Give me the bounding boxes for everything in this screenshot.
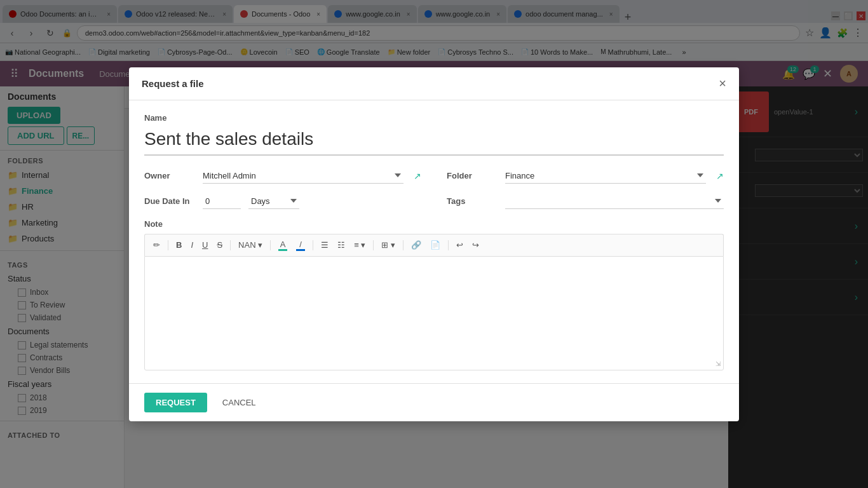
due-date-label: Due Date In — [144, 196, 195, 206]
tags-group: Tags — [447, 194, 724, 209]
editor-highlight-button[interactable]: / — [293, 238, 308, 252]
editor-sep-4 — [313, 240, 313, 250]
editor-sep-5 — [373, 240, 374, 250]
editor-bold-button[interactable]: B — [173, 239, 185, 251]
request-file-modal: Request a file × Name Owner Mitchell Adm… — [129, 67, 739, 421]
editor-resize-handle: ⇲ — [715, 360, 721, 367]
cancel-button[interactable]: CANCEL — [215, 393, 264, 412]
name-input[interactable] — [144, 126, 724, 156]
modal-header: Request a file × — [129, 67, 739, 100]
editor-italic-button[interactable]: I — [187, 239, 196, 251]
editor-font-color-group: A — [275, 238, 290, 252]
modal-overlay: Request a file × Name Owner Mitchell Adm… — [0, 0, 868, 488]
modal-footer: REQUEST CANCEL — [129, 383, 739, 421]
note-label: Note — [144, 219, 724, 229]
editor-link-button[interactable]: 🔗 — [408, 239, 424, 251]
editor-sep-2 — [230, 240, 231, 250]
duedate-group: Due Date In Days — [144, 194, 421, 209]
modal-close-button[interactable]: × — [719, 76, 726, 91]
editor-underline-button[interactable]: U — [199, 239, 211, 251]
editor-sep-6 — [403, 240, 403, 250]
folder-select[interactable]: Finance — [505, 168, 706, 184]
request-submit-button[interactable]: REQUEST — [144, 393, 207, 412]
owner-label: Owner — [144, 171, 195, 180]
editor-image-button[interactable]: 📄 — [427, 239, 444, 251]
modal-title: Request a file — [142, 78, 204, 89]
folder-external-link-icon[interactable]: ↗ — [716, 171, 724, 181]
editor-sep-7 — [448, 240, 449, 250]
editor-toolbar: ✏ B I U S NAN ▾ A — [144, 234, 724, 256]
editor-ordered-list-button[interactable]: ☷ — [334, 239, 348, 251]
editor-font-color-button[interactable]: A — [275, 238, 290, 252]
editor-pen-button[interactable]: ✏ — [150, 239, 163, 251]
editor-unordered-list-button[interactable]: ☰ — [318, 239, 332, 251]
days-select[interactable]: Days — [248, 194, 299, 209]
owner-select[interactable]: Mitchell Admin — [203, 168, 403, 184]
modal-body: Name Owner Mitchell Admin ↗ Folder Finan… — [129, 100, 739, 383]
editor-highlight-group: / — [293, 238, 308, 252]
owner-external-link-icon[interactable]: ↗ — [414, 171, 421, 181]
folder-label: Folder — [447, 171, 498, 180]
editor-redo-button[interactable]: ↪ — [469, 239, 482, 251]
duedate-tags-row: Due Date In Days Tags — [144, 194, 724, 209]
editor-align-button[interactable]: ≡ ▾ — [351, 239, 369, 251]
due-date-input[interactable] — [203, 194, 241, 209]
tags-select[interactable] — [505, 194, 724, 209]
editor-table-button[interactable]: ⊞ ▾ — [378, 239, 398, 251]
name-label: Name — [144, 113, 724, 123]
editor-undo-button[interactable]: ↩ — [453, 239, 466, 251]
tags-label: Tags — [447, 196, 498, 206]
folder-group: Folder Finance ↗ — [447, 168, 724, 184]
editor-area[interactable]: ⇲ — [144, 256, 724, 370]
editor-sep-1 — [168, 240, 168, 250]
owner-folder-row: Owner Mitchell Admin ↗ Folder Finance ↗ — [144, 168, 724, 184]
owner-group: Owner Mitchell Admin ↗ — [144, 168, 421, 184]
editor-format-dropdown[interactable]: NAN ▾ — [235, 239, 266, 251]
note-section: Note ✏ B I U S NAN ▾ A — [144, 219, 724, 370]
editor-sep-3 — [270, 240, 271, 250]
editor-strikethrough-button[interactable]: S — [214, 239, 226, 251]
